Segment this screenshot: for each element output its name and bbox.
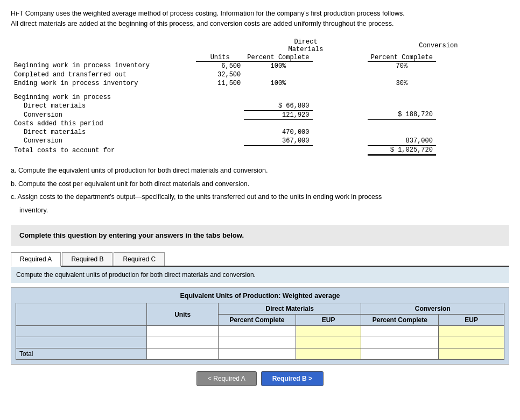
dm-added-empty4 — [436, 128, 509, 137]
conv-added-empty3 — [436, 137, 509, 146]
row2-conv-eup-input[interactable] — [439, 337, 504, 348]
units-header: Units — [147, 303, 219, 326]
row1-dm-pct-input[interactable] — [219, 326, 296, 337]
row2-label: Completed and transferred out — [11, 70, 196, 79]
conv-121920: 121,920 — [244, 110, 312, 119]
row1-conv-eup-cell[interactable] — [439, 326, 504, 337]
row1-empty — [313, 61, 368, 70]
row2-empty3 — [368, 70, 436, 79]
next-button[interactable]: Required B > — [261, 371, 324, 386]
costs-added-label: Costs added this period — [11, 119, 196, 128]
row2-units: 32,500 — [196, 70, 244, 79]
tab-required-b[interactable]: Required B — [62, 252, 113, 266]
row2-conv-eup-cell[interactable] — [439, 337, 504, 348]
row1-conv-pct-input[interactable] — [361, 326, 438, 337]
dm-header: DirectMaterials — [244, 38, 367, 53]
row1-label — [16, 326, 147, 337]
questions-section: a. Compute the equivalent units of produ… — [11, 165, 509, 216]
row3-empty2 — [436, 79, 509, 88]
total-dm-pct-cell — [219, 348, 296, 360]
prev-button[interactable]: < Required A — [196, 371, 257, 386]
equiv-table-wrapper: Equivalent Units of Production: Weighted… — [11, 287, 509, 365]
dm-label: Direct materials — [11, 102, 196, 111]
question-a: a. Compute the equivalent units of produ… — [11, 165, 509, 177]
dm-empty4 — [436, 102, 509, 111]
row1-dm-eup-cell[interactable] — [296, 326, 361, 337]
bwip-empty4 — [368, 93, 436, 102]
row1-units-input[interactable] — [147, 326, 218, 337]
tab-instruction: Compute the equivalent units of producti… — [11, 267, 509, 283]
equiv-row-2 — [16, 337, 504, 348]
tab-required-b-label: Required B — [71, 255, 103, 263]
tab-required-a[interactable]: Required A — [11, 252, 61, 267]
row2-dm-eup-input[interactable] — [296, 337, 361, 348]
tab-instruction-text: Compute the equivalent units of producti… — [16, 271, 256, 279]
row2-conv-pct-cell[interactable] — [361, 337, 439, 348]
row1-label: Beginning work in process inventory — [11, 61, 196, 70]
units-col-header: Units — [196, 53, 244, 62]
dm-added-empty3 — [368, 128, 436, 137]
row1-empty2 — [436, 61, 509, 70]
row2-dm-pct-cell[interactable] — [219, 337, 296, 348]
dm-pct-col: Percent Complete — [219, 315, 296, 326]
equiv-table: Units Direct Materials Conversion Percen… — [16, 303, 504, 360]
total-conv-eup-input[interactable] — [439, 348, 504, 359]
info-table: DirectMaterials Conversion Units Percent… — [11, 38, 509, 156]
dm-added-empty2 — [313, 128, 368, 137]
dm-eup-col: EUP — [296, 315, 361, 326]
total-dm-eup-cell[interactable] — [296, 348, 361, 360]
costs-empty5 — [436, 119, 509, 128]
bwip-empty — [196, 93, 244, 102]
row1-dm-pct-cell[interactable] — [219, 326, 296, 337]
equiv-total-row: Total — [16, 348, 504, 360]
total-conv-pct-cell — [361, 348, 439, 360]
intro-paragraph: Hi-T Company uses the weighted average m… — [11, 9, 509, 29]
dm-empty3 — [368, 102, 436, 111]
row2-label — [16, 337, 147, 348]
total-label: Total costs to account for — [11, 146, 196, 155]
row2-dm-eup-cell[interactable] — [296, 337, 361, 348]
question-c-text1: c. Assign costs to the department's outp… — [11, 193, 382, 201]
conv-added-label: Conversion — [11, 137, 196, 146]
row1-units-cell[interactable] — [147, 326, 219, 337]
row2-units-cell[interactable] — [147, 337, 219, 348]
spacer1 — [11, 88, 509, 93]
total-dm-eup-input[interactable] — [296, 348, 361, 359]
total-empty3 — [313, 146, 368, 155]
dm-added-value: 470,000 — [244, 128, 312, 137]
row1-dm-eup-input[interactable] — [296, 326, 361, 337]
tab-required-c[interactable]: Required C — [114, 252, 165, 266]
row1-conv-eup-input[interactable] — [439, 326, 504, 337]
row2-dm-pct-input[interactable] — [219, 337, 296, 348]
row3-label: Ending work in process inventory — [11, 79, 196, 88]
col-empty1 — [11, 38, 196, 53]
tabs-row: Required A Required B Required C — [11, 252, 509, 267]
bwip-empty2 — [244, 93, 312, 102]
intro-line2: All direct materials are added at the be… — [11, 20, 394, 27]
tab-required-c-label: Required C — [123, 255, 156, 263]
conv-eup-col: EUP — [439, 315, 504, 326]
conv-added-empty — [196, 137, 244, 146]
dm-group-header: Direct Materials — [219, 303, 361, 315]
row3-units: 11,500 — [196, 79, 244, 88]
total-value: $ 1,025,720 — [368, 146, 436, 155]
conv-group-header: Conversion — [361, 303, 504, 315]
equiv-title: Equivalent Units of Production: Weighted… — [16, 292, 504, 300]
bwip-empty5 — [436, 93, 509, 102]
row3-empty — [313, 79, 368, 88]
costs-empty1 — [196, 119, 244, 128]
row1-conv-pct-cell[interactable] — [361, 326, 439, 337]
total-units-input[interactable] — [147, 348, 218, 359]
row2-units-input[interactable] — [147, 337, 218, 348]
row2-empty4 — [436, 70, 509, 79]
conv-header: Conversion — [368, 38, 509, 53]
total-conv-eup-cell[interactable] — [439, 348, 504, 360]
total-units-cell[interactable] — [147, 348, 219, 360]
row2-empty2 — [313, 70, 368, 79]
total-empty4 — [436, 146, 509, 155]
row1-dm-pct: 100% — [244, 61, 312, 70]
dm-added-label: Direct materials — [11, 128, 196, 137]
total-empty — [196, 146, 244, 155]
dm-value: $ 66,800 — [244, 102, 312, 111]
row2-conv-pct-input[interactable] — [361, 337, 438, 348]
